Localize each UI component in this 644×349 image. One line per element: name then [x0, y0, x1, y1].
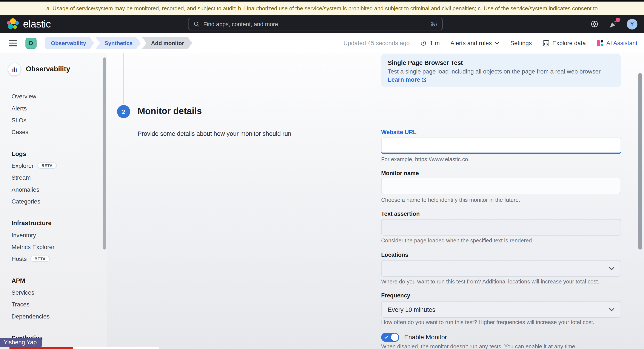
deployment-badge[interactable]: D — [26, 38, 36, 49]
step-2-badge: 2 — [117, 105, 130, 118]
monitor-type-card-title: Single Page Browser Test — [388, 59, 614, 67]
updated-status: Updated 45 seconds ago — [344, 40, 410, 46]
hamburger-icon — [9, 40, 17, 41]
breadcrumb: Observability Synthetics Add monitor — [44, 37, 192, 49]
sidebar-item-explorer[interactable]: Explorer BETA — [12, 160, 107, 171]
sidebar-item-alerts[interactable]: Alerts — [12, 102, 107, 114]
search-shortcut-hint: ⌘/ — [430, 21, 438, 27]
sidebar-item-hosts[interactable]: Hosts BETA — [12, 253, 107, 265]
menu-button[interactable] — [9, 40, 17, 46]
observability-app-icon — [8, 63, 20, 75]
system-usage-banner: a. Usage of service/system may be monito… — [0, 2, 644, 15]
user-avatar-initial: Y — [630, 21, 634, 27]
explore-data-button[interactable]: Explore data — [542, 39, 586, 46]
search-icon — [193, 21, 200, 27]
chevron-down-icon — [609, 267, 614, 270]
sidebar-section-infrastructure: Infrastructure — [12, 217, 107, 229]
presenter-name-tag: Yisheng Yap — [0, 338, 42, 347]
text-assertion-label: Text assertion — [381, 211, 420, 217]
enable-monitor-label: Enable Monitor — [404, 334, 447, 341]
enable-monitor-helper: When disabled, the monitor doesn't run a… — [381, 344, 577, 349]
text-assertion-helper: Consider the page loaded when the specif… — [381, 238, 534, 244]
sidebar-item-categories[interactable]: Categories — [12, 195, 107, 207]
sidebar: Observability Overview Alerts SLOs Cases… — [0, 53, 107, 349]
locations-label: Locations — [381, 251, 408, 258]
elastic-logo[interactable]: elastic — [7, 18, 51, 30]
website-url-helper: For example, https://www.elastic.co. — [381, 156, 470, 162]
website-url-label: Website URL — [381, 129, 416, 136]
sidebar-item-services[interactable]: Services — [12, 287, 107, 298]
sidebar-nav: Overview Alerts SLOs Cases Logs Explorer… — [0, 75, 107, 344]
news-notifications-button[interactable] — [608, 19, 618, 29]
beta-badge: BETA — [38, 162, 57, 169]
sidebar-section-logs: Logs — [12, 148, 107, 159]
sidebar-item-slos[interactable]: SLOs — [12, 114, 107, 126]
frequency-select[interactable]: Every 10 minutes — [381, 301, 621, 318]
settings-link[interactable]: Settings — [510, 40, 532, 46]
ai-assistant-button[interactable]: AI Assistant — [596, 39, 637, 46]
toggle-knob — [391, 334, 398, 341]
sidebar-item-traces[interactable]: Traces — [12, 298, 107, 310]
sidebar-item-inventory[interactable]: Inventory — [12, 229, 107, 241]
website-url-input[interactable] — [381, 138, 621, 154]
monitor-type-card-body: Test a single page load including all ob… — [388, 67, 614, 84]
global-header: elastic Find apps, content, and more. ⌘/ — [0, 15, 644, 33]
monitor-type-card[interactable]: Single Page Browser Test Test a single p… — [381, 54, 621, 87]
external-link-icon — [422, 76, 426, 84]
page-toolbar: D Observability Synthetics Add monitor U… — [0, 33, 644, 53]
step-connector-line — [123, 53, 124, 104]
explore-data-icon — [542, 39, 549, 46]
search-placeholder: Find apps, content, and more. — [203, 21, 280, 27]
monitor-name-input[interactable] — [381, 178, 621, 194]
beta-badge: BETA — [30, 256, 50, 262]
sidebar-item-anomalies[interactable]: Anomalies — [12, 184, 107, 195]
app-window: a. Usage of service/system may be monito… — [0, 0, 644, 349]
check-icon — [384, 335, 388, 339]
frequency-value: Every 10 minutes — [388, 306, 435, 313]
add-monitor-content: Single Page Browser Test Test a single p… — [107, 53, 644, 349]
breadcrumb-observability[interactable]: Observability — [45, 37, 94, 49]
step-2-description: Provide some details about how your moni… — [138, 130, 292, 137]
monitor-name-helper: Choose a name to help identify this moni… — [381, 197, 520, 203]
ai-assistant-icon — [596, 39, 603, 46]
frequency-helper: How often do you want to run this test? … — [381, 319, 594, 326]
breadcrumb-synthetics[interactable]: Synthetics — [96, 37, 141, 49]
alerts-and-rules-menu[interactable]: Alerts and rules — [450, 40, 500, 46]
refresh-interval-button[interactable]: 1 m — [420, 40, 440, 46]
elastic-logo-icon — [7, 18, 19, 30]
learn-more-link[interactable]: Learn more — [388, 76, 420, 83]
sidebar-item-dependencies[interactable]: Dependencies — [12, 310, 107, 322]
frequency-label: Frequency — [381, 292, 410, 299]
chevron-down-icon — [495, 41, 500, 45]
sidebar-section-apm: APM — [12, 275, 107, 286]
chevron-down-icon — [609, 308, 614, 311]
sidebar-header: Observability — [0, 53, 107, 75]
window-top-strip — [0, 0, 644, 2]
global-search-input[interactable]: Find apps, content, and more. ⌘/ — [188, 18, 443, 30]
locations-helper: Where do you want to run this test from?… — [381, 279, 599, 285]
video-progress-bar-buffered — [73, 347, 160, 349]
sidebar-item-metrics-explorer[interactable]: Metrics Explorer — [12, 241, 107, 253]
sidebar-item-stream[interactable]: Stream — [12, 171, 107, 183]
sidebar-item-cases[interactable]: Cases — [12, 126, 107, 138]
help-button[interactable] — [589, 19, 600, 29]
sidebar-scrollbar[interactable] — [102, 57, 106, 250]
life-ring-icon — [590, 20, 598, 28]
step-2-title: Monitor details — [138, 106, 202, 117]
monitor-name-label: Monitor name — [381, 170, 419, 177]
clock-refresh-icon — [420, 40, 427, 46]
sidebar-title: Observability — [26, 65, 70, 73]
enable-monitor-row: Enable Monitor — [381, 333, 447, 342]
notification-dot — [616, 17, 620, 22]
main-scrollbar[interactable] — [638, 73, 642, 250]
header-actions: Y — [589, 19, 637, 29]
elastic-logo-text: elastic — [23, 18, 51, 30]
breadcrumb-add-monitor: Add monitor — [142, 37, 192, 49]
system-usage-banner-text: a. Usage of service/system may be monito… — [46, 5, 598, 11]
locations-select[interactable] — [381, 260, 621, 277]
user-avatar[interactable]: Y — [627, 19, 638, 29]
enable-monitor-toggle[interactable] — [381, 333, 399, 342]
sidebar-item-overview[interactable]: Overview — [12, 90, 107, 102]
text-assertion-input[interactable] — [381, 219, 621, 236]
toolbar-actions: Updated 45 seconds ago 1 m Alerts and ru… — [344, 39, 638, 46]
